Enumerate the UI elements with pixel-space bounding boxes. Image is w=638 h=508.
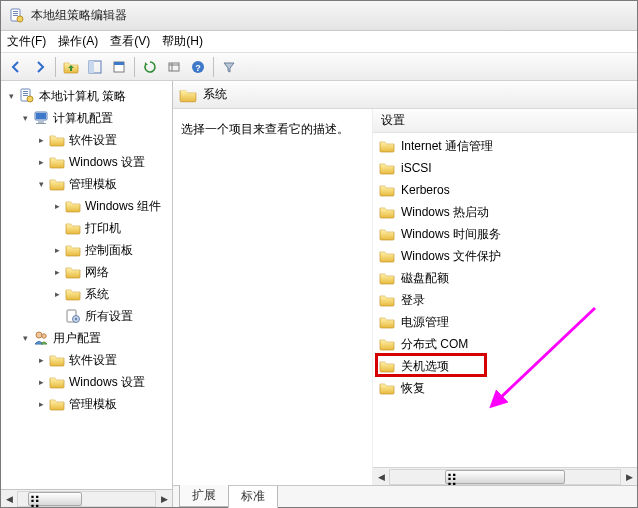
column-header-settings[interactable]: 设置 — [373, 109, 637, 133]
tree-node[interactable]: 打印机 — [3, 217, 170, 239]
menu-action[interactable]: 操作(A) — [58, 33, 98, 50]
tree-label: 管理模板 — [69, 396, 117, 413]
toolbar-sep — [134, 57, 135, 77]
collapse-icon[interactable]: ▾ — [5, 90, 17, 102]
list-item[interactable]: 恢复 — [373, 377, 637, 399]
window-title: 本地组策略编辑器 — [31, 7, 127, 24]
tree-label: Windows 设置 — [69, 154, 145, 171]
folder-icon — [379, 160, 395, 176]
list-hscroll[interactable]: ◀ ⠿ ▶ — [373, 467, 637, 485]
expand-icon[interactable]: ▸ — [35, 398, 47, 410]
list-item[interactable]: iSCSI — [373, 157, 637, 179]
scroll-thumb[interactable]: ⠿ — [28, 492, 82, 506]
scroll-right-icon[interactable]: ▶ — [156, 491, 172, 507]
expand-icon[interactable]: ▸ — [51, 266, 63, 278]
list-item-label: 恢复 — [401, 380, 425, 397]
scroll-track[interactable]: ⠿ — [389, 469, 621, 485]
up-button[interactable] — [60, 56, 82, 78]
refresh-button[interactable] — [139, 56, 161, 78]
expand-icon[interactable]: ▸ — [35, 354, 47, 366]
folder-icon — [49, 352, 65, 368]
tree-node[interactable]: ▾本地计算机 策略 — [3, 85, 170, 107]
folder-icon — [65, 220, 81, 236]
scroll-left-icon[interactable]: ◀ — [1, 491, 17, 507]
details-content: 选择一个项目来查看它的描述。 设置 Internet 通信管理iSCSIKerb… — [173, 109, 637, 485]
tree-node[interactable]: ▸控制面板 — [3, 239, 170, 261]
titlebar[interactable]: 本地组策略编辑器 — [1, 1, 637, 31]
collapse-icon[interactable]: ▾ — [19, 112, 31, 124]
list-item[interactable]: 登录 — [373, 289, 637, 311]
svg-rect-18 — [169, 63, 179, 71]
tree-node[interactable]: ▾管理模板 — [3, 173, 170, 195]
folder-icon — [65, 264, 81, 280]
properties-button[interactable] — [108, 56, 130, 78]
tree-node[interactable]: ▸管理模板 — [3, 393, 170, 415]
list-item[interactable]: 分布式 COM — [373, 333, 637, 355]
show-tree-button[interactable] — [84, 56, 106, 78]
list-item[interactable]: Windows 时间服务 — [373, 223, 637, 245]
scroll-thumb[interactable]: ⠿ — [445, 470, 565, 484]
expand-icon[interactable]: ▸ — [35, 376, 47, 388]
expand-icon[interactable]: ▸ — [51, 200, 63, 212]
tree-node[interactable]: ▾计算机配置 — [3, 107, 170, 129]
filter-button[interactable] — [218, 56, 240, 78]
expand-icon[interactable]: ▸ — [35, 134, 47, 146]
menu-view[interactable]: 查看(V) — [110, 33, 150, 50]
help-button[interactable]: ? — [187, 56, 209, 78]
details-header: 系统 — [173, 81, 637, 109]
scroll-right-icon[interactable]: ▶ — [621, 469, 637, 485]
tree-node[interactable]: ▸Windows 设置 — [3, 151, 170, 173]
tree-label: 计算机配置 — [53, 110, 113, 127]
menu-file[interactable]: 文件(F) — [7, 33, 46, 50]
tab-standard[interactable]: 标准 — [228, 486, 278, 508]
tree-node[interactable]: ▸软件设置 — [3, 129, 170, 151]
list-item[interactable]: Kerberos — [373, 179, 637, 201]
tree-hscroll[interactable]: ◀ ⠿ ▶ — [1, 489, 172, 507]
list-item[interactable]: 关机选项 — [373, 355, 637, 377]
expand-icon[interactable]: ▸ — [51, 244, 63, 256]
list-item-label: 分布式 COM — [401, 336, 468, 353]
expander-spacer — [51, 222, 63, 234]
toolbar: ? — [1, 53, 637, 81]
tree-label: Windows 组件 — [85, 198, 161, 215]
folder-icon — [379, 248, 395, 264]
folder-icon — [49, 154, 65, 170]
tree-node[interactable]: ▸网络 — [3, 261, 170, 283]
client-area: ▾本地计算机 策略▾计算机配置▸软件设置▸Windows 设置▾管理模板▸Win… — [1, 81, 637, 507]
list-item[interactable]: Windows 文件保护 — [373, 245, 637, 267]
list-item[interactable]: Internet 通信管理 — [373, 135, 637, 157]
tab-extended[interactable]: 扩展 — [179, 485, 229, 507]
forward-button[interactable] — [29, 56, 51, 78]
tree-label: Windows 设置 — [69, 374, 145, 391]
tree-label: 网络 — [85, 264, 109, 281]
export-button[interactable] — [163, 56, 185, 78]
list-item-label: Internet 通信管理 — [401, 138, 493, 155]
tree-node[interactable]: 所有设置 — [3, 305, 170, 327]
folder-icon — [379, 314, 395, 330]
tree-node[interactable]: ▸系统 — [3, 283, 170, 305]
list-item[interactable]: Windows 热启动 — [373, 201, 637, 223]
list-item[interactable]: 磁盘配额 — [373, 267, 637, 289]
tree-node[interactable]: ▸Windows 设置 — [3, 371, 170, 393]
tree-label: 控制面板 — [85, 242, 133, 259]
collapse-icon[interactable]: ▾ — [19, 332, 31, 344]
folder-icon — [65, 198, 81, 214]
collapse-icon[interactable]: ▾ — [35, 178, 47, 190]
list-item-label: Windows 时间服务 — [401, 226, 501, 243]
list-item[interactable]: 电源管理 — [373, 311, 637, 333]
back-button[interactable] — [5, 56, 27, 78]
settings-list[interactable]: Internet 通信管理iSCSIKerberosWindows 热启动Win… — [373, 133, 637, 467]
folder-icon — [65, 242, 81, 258]
scroll-track[interactable]: ⠿ — [17, 491, 156, 507]
menu-help[interactable]: 帮助(H) — [162, 33, 203, 50]
scroll-left-icon[interactable]: ◀ — [373, 469, 389, 485]
tree-node[interactable]: ▸Windows 组件 — [3, 195, 170, 217]
tree-label: 用户配置 — [53, 330, 101, 347]
console-tree[interactable]: ▾本地计算机 策略▾计算机配置▸软件设置▸Windows 设置▾管理模板▸Win… — [1, 81, 172, 489]
expand-icon[interactable]: ▸ — [35, 156, 47, 168]
expand-icon[interactable]: ▸ — [51, 288, 63, 300]
folder-icon — [379, 380, 395, 396]
expander-spacer — [51, 310, 63, 322]
tree-node[interactable]: ▸软件设置 — [3, 349, 170, 371]
tree-node[interactable]: ▾用户配置 — [3, 327, 170, 349]
